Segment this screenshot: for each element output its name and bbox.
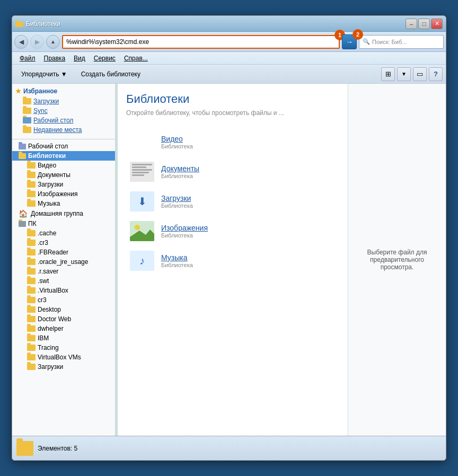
images-lib-name: Изображения [161,224,208,232]
menu-file[interactable]: Файл [15,54,40,63]
folder-icon [27,345,36,351]
forward-button[interactable]: ▶ [30,35,44,49]
sidebar-item-ibm[interactable]: IBM [12,333,115,343]
sidebar-item-downloads-lib[interactable]: Загрузки [12,180,115,189]
music-lib-type: Библиотека [161,262,193,268]
status-folder-icon [16,441,33,456]
downloads-lib-icon: ⬇ [129,191,155,212]
library-item-video[interactable]: Видео Библиотека [126,127,339,157]
star-icon: ★ [15,87,21,95]
sidebar-item-swt[interactable]: .swt [12,276,115,286]
folder-icon [27,306,36,313]
favorites-header[interactable]: ★ Избранное [12,86,115,96]
sidebar-item-docs-lib[interactable]: Документы [12,170,115,180]
library-item-images[interactable]: Изображения Библиотека [126,216,339,246]
sidebar-item-downloads-pc[interactable]: Загрузки [12,362,115,372]
menu-view[interactable]: Вид [69,54,90,63]
main-panel: Библиотеки Откройте библиотеку, чтобы пр… [118,84,446,436]
sidebar-item-dwhelper[interactable]: dwhelper [12,324,115,333]
help-button[interactable]: ? [429,67,443,81]
downloads-lib-name: Загрузки [161,194,193,202]
folder-icon [27,297,36,303]
folder-icon [27,287,36,294]
organize-button[interactable]: Упорядочить ▼ [15,68,73,81]
sidebar-item-cr3[interactable]: cr3 [12,295,115,305]
folder-icon [27,364,36,370]
close-button[interactable]: ✕ [431,19,443,29]
library-item-docs[interactable]: Документы Библиотека [126,157,339,187]
back-button[interactable]: ◀ [14,35,28,49]
music-lib-info: Музыка Библиотека [161,253,193,268]
folder-icon [27,354,36,360]
svg-point-3 [135,225,140,230]
content-area: Библиотеки Откройте библиотеку, чтобы пр… [118,84,348,436]
sidebar-item-tracing[interactable]: Tracing [12,343,115,352]
maximize-button[interactable]: □ [418,19,430,29]
sidebar-item-fbreader[interactable]: .FBReader [12,248,115,257]
sidebar-item-video-lib[interactable]: Видео [12,161,115,170]
folder-icon-open [19,153,26,159]
address-wrapper: %windir%\system32\cmd.exe 1 [62,35,340,49]
sidebar-item-music-lib[interactable]: Музыка [12,199,115,208]
folder-icon [27,259,36,265]
minimize-button[interactable]: – [406,19,417,29]
sidebar-item-desktop[interactable]: Рабочий стол [12,142,115,151]
search-box[interactable]: 🔍 Поиск: Биб... [359,35,444,49]
view-mode-button[interactable]: ⊞ [381,67,395,81]
address-input[interactable]: %windir%\system32\cmd.exe [66,36,336,48]
new-library-button[interactable]: Создать библиотеку [75,68,146,81]
folder-icon [27,191,36,197]
sidebar-item-doctor-web[interactable]: Doctor Web [12,314,115,324]
sidebar-item-cache[interactable]: .cache [12,228,115,238]
docs-lib-type: Библиотека [161,173,199,179]
up-button[interactable]: ▲ [46,35,60,49]
sidebar-item-virtualbox-dot[interactable]: .VirtualBox [12,286,115,295]
sidebar-item-oracle[interactable]: .oracle_jre_usage [12,257,115,267]
title-buttons: – □ ✕ [406,19,443,29]
images-lib-icon [129,221,155,242]
video-lib-icon [129,131,155,153]
sidebar-item-cr3-dot[interactable]: .cr3 [12,238,115,248]
sidebar-item-homegroup[interactable]: 🏠 Домашняя группа [12,208,115,219]
search-placeholder: Поиск: Биб... [372,39,407,45]
library-item-downloads[interactable]: ⬇ Загрузки Библиотека [126,187,339,216]
menu-service[interactable]: Сервис [90,54,120,63]
folder-icon [27,316,36,322]
library-item-music[interactable]: ♪ Музыка Библиотека [126,246,339,276]
sidebar-item-desktop-pc[interactable]: Desktop [12,305,115,314]
menu-edit[interactable]: Правка [40,54,70,63]
svg-rect-1 [15,21,19,23]
folder-icon [27,268,36,275]
images-lib-info: Изображения Библиотека [161,224,208,239]
folder-icon [23,108,31,114]
sidebar-item-pc[interactable]: ПК [12,219,115,228]
badge-2: 2 [353,29,363,40]
menu-help[interactable]: Справ... [120,54,152,63]
folder-title-icon [15,20,24,28]
folder-icon [27,240,36,246]
pane-button[interactable]: ▭ [413,67,427,81]
sidebar-item-virtualbox-vms[interactable]: VirtualBox VMs [12,352,115,362]
sidebar: ★ Избранное Загрузки Sync Рабочий стол [12,84,116,436]
video-lib-info: Видео Библиотека [161,135,193,149]
sidebar-item-sync[interactable]: Sync [12,106,115,116]
sidebar-item-recent[interactable]: Недавние места [12,125,115,135]
folder-icon [23,127,31,133]
menu-bar: Файл Правка Вид Сервис Справ... [12,52,446,65]
toolbar: Упорядочить ▼ Создать библиотеку ⊞ ▼ ▭ ? [12,65,446,84]
view-down-button[interactable]: ▼ [397,67,411,81]
sidebar-item-downloads-fav[interactable]: Загрузки [12,96,115,106]
music-lib-icon: ♪ [129,250,155,271]
library-title: Библиотеки [126,92,339,106]
toolbar-right: ⊞ ▼ ▭ ? [381,67,443,81]
sidebar-item-rsaver[interactable]: .r.saver [12,267,115,276]
folder-icon [27,325,36,332]
sidebar-item-libraries[interactable]: Библиотеки [12,151,115,161]
folder-icon [23,98,31,104]
images-lib-type: Библиотека [161,232,208,239]
folder-icon [27,278,36,284]
address-area: ◀ ▶ ▲ %windir%\system32\cmd.exe 1 → 2 🔍 … [12,32,446,52]
sidebar-item-desktop-fav[interactable]: Рабочий стол [12,116,115,125]
sidebar-item-images-lib[interactable]: Изображения [12,189,115,199]
folder-icon [27,335,36,341]
